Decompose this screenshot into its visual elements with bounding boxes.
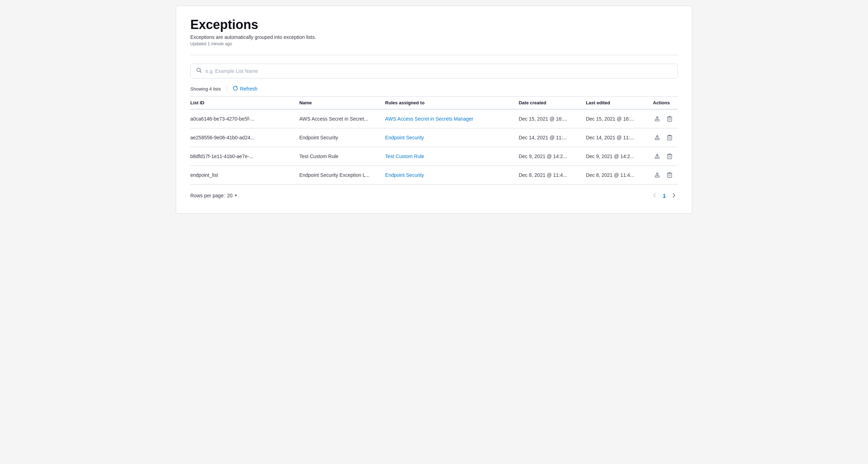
table-row: a0ca6146-be73-4270-be5f-... AWS Access S… (190, 109, 678, 128)
cell-name: Test Custom Rule (295, 147, 381, 166)
rules-link[interactable]: Endpoint Security (385, 135, 424, 140)
table-controls: Showing 4 lists Refresh (190, 86, 678, 92)
cell-rules[interactable]: Endpoint Security (381, 166, 515, 185)
svg-line-1 (200, 71, 201, 72)
svg-rect-22 (667, 173, 672, 178)
rows-per-page-value: 20 (227, 193, 233, 198)
col-header-list-id: List ID (190, 97, 295, 110)
svg-rect-10 (667, 136, 672, 140)
page-title: Exceptions (190, 17, 678, 32)
pagination: 1 (651, 192, 678, 199)
export-button[interactable] (653, 133, 661, 142)
cell-rules[interactable]: Test Custom Rule (381, 147, 515, 166)
cell-list-id: a0ca6146-be73-4270-be5f-... (190, 109, 295, 128)
table-row: ae258556-9e06-41b0-ad24... Endpoint Secu… (190, 128, 678, 147)
cell-rules[interactable]: AWS Access Secret in Secrets Manager (381, 109, 515, 128)
table-row: b8dfd17f-1e11-41b0-ae7e-... Test Custom … (190, 147, 678, 166)
table-footer: Rows per page: 20 ▾ 1 (190, 192, 678, 199)
search-bar (190, 64, 678, 79)
cell-last-edited: Dec 9, 2021 @ 14:2... (581, 147, 649, 166)
cell-name: Endpoint Security Exception L... (295, 166, 381, 185)
export-button[interactable] (653, 171, 661, 179)
cell-date-created: Dec 15, 2021 @ 16:... (514, 109, 581, 128)
export-button[interactable] (653, 152, 661, 161)
cell-rules[interactable]: Endpoint Security (381, 128, 515, 147)
controls-divider (227, 86, 227, 92)
refresh-button[interactable]: Refresh (233, 86, 257, 92)
cell-actions (649, 166, 678, 185)
exceptions-table: List ID Name Rules assigned to Date crea… (190, 96, 678, 185)
delete-button[interactable] (666, 115, 673, 123)
search-input[interactable] (206, 68, 672, 74)
cell-name: Endpoint Security (295, 128, 381, 147)
delete-button[interactable] (666, 171, 673, 179)
rules-link[interactable]: AWS Access Secret in Secrets Manager (385, 116, 473, 122)
pagination-next-button[interactable] (671, 192, 678, 199)
cell-date-created: Dec 14, 2021 @ 11:... (514, 128, 581, 147)
search-icon (196, 68, 202, 75)
col-header-date: Date created (514, 97, 581, 110)
svg-rect-4 (667, 117, 672, 121)
chevron-down-icon: ▾ (235, 193, 237, 198)
pagination-current-page[interactable]: 1 (661, 192, 668, 199)
rows-per-page-selector[interactable]: Rows per page: 20 ▾ (190, 193, 237, 198)
cell-name: AWS Access Secret in Secret... (295, 109, 381, 128)
col-header-edited: Last edited (581, 97, 649, 110)
col-header-rules: Rules assigned to (381, 97, 515, 110)
page-container: Exceptions Exceptions are automatically … (176, 6, 692, 214)
rules-link[interactable]: Endpoint Security (385, 172, 424, 178)
rules-link[interactable]: Test Custom Rule (385, 153, 424, 159)
refresh-label: Refresh (240, 86, 257, 92)
cell-last-edited: Dec 15, 2021 @ 16:... (581, 109, 649, 128)
cell-date-created: Dec 9, 2021 @ 14:2... (514, 147, 581, 166)
refresh-icon (233, 86, 238, 92)
svg-rect-16 (667, 155, 672, 159)
page-updated: Updated 1 minute ago (190, 41, 678, 46)
delete-button[interactable] (666, 133, 673, 142)
cell-actions (649, 128, 678, 147)
col-header-actions: Actions (649, 97, 678, 110)
table-header-row: List ID Name Rules assigned to Date crea… (190, 97, 678, 110)
pagination-prev-button[interactable] (651, 192, 658, 199)
cell-actions (649, 147, 678, 166)
delete-button[interactable] (666, 152, 673, 161)
export-button[interactable] (653, 115, 661, 123)
table-row: endpoint_list Endpoint Security Exceptio… (190, 166, 678, 185)
cell-date-created: Dec 8, 2021 @ 11:4... (514, 166, 581, 185)
page-subtitle: Exceptions are automatically grouped int… (190, 34, 678, 40)
section-divider (190, 55, 678, 55)
cell-list-id: endpoint_list (190, 166, 295, 185)
cell-last-edited: Dec 14, 2021 @ 11:... (581, 128, 649, 147)
showing-count: Showing 4 lists (190, 86, 221, 92)
cell-actions (649, 109, 678, 128)
cell-last-edited: Dec 8, 2021 @ 11:4... (581, 166, 649, 185)
cell-list-id: b8dfd17f-1e11-41b0-ae7e-... (190, 147, 295, 166)
col-header-name: Name (295, 97, 381, 110)
rows-per-page-label: Rows per page: (190, 193, 225, 198)
cell-list-id: ae258556-9e06-41b0-ad24... (190, 128, 295, 147)
